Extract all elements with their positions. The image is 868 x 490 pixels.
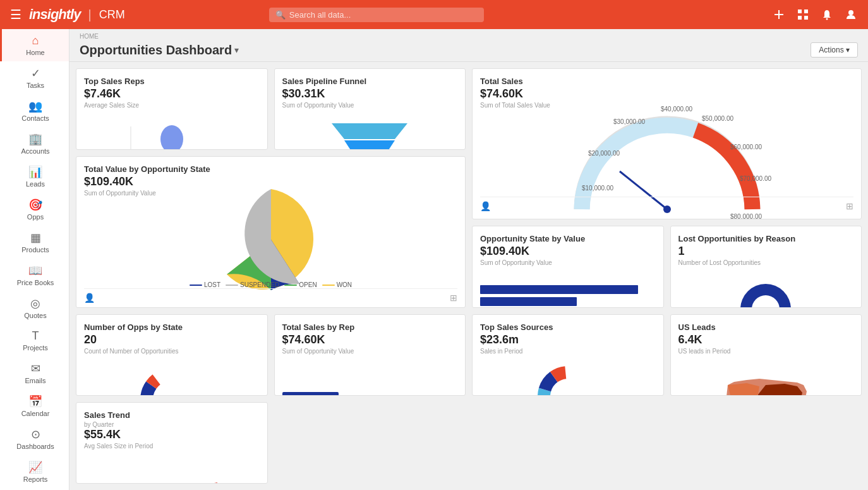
notifications-icon[interactable] bbox=[820, 8, 834, 21]
page-title-dropdown-arrow[interactable]: ▾ bbox=[234, 45, 239, 55]
legend-lost: LOST bbox=[190, 281, 220, 288]
sidebar-item-leads[interactable]: 📊 Leads bbox=[0, 160, 69, 193]
sidebar-item-quotes[interactable]: ◎ Quotes bbox=[0, 291, 69, 324]
opp-state-title: Opportunity State by Value bbox=[480, 234, 656, 243]
sales-by-rep-subtitle: Sum of Opportunity Value bbox=[282, 348, 458, 355]
legend-lost-label: LOST bbox=[204, 281, 220, 288]
svg-text:$80,000.00: $80,000.00 bbox=[730, 213, 762, 220]
sales-sources-title: Top Sales Sources bbox=[480, 322, 656, 332]
sidebar-item-reports[interactable]: 📈 Reports bbox=[0, 455, 69, 488]
grid-icon[interactable] bbox=[796, 8, 810, 21]
num-opps-chart bbox=[84, 360, 260, 396]
sales-by-rep-chart bbox=[282, 360, 458, 396]
lost-opps-chart bbox=[678, 271, 854, 307]
sidebar-label-leads: Leads bbox=[26, 180, 45, 188]
legend-won-label: WON bbox=[337, 281, 352, 288]
card-sales-pipeline-funnel: Sales Pipeline Funnel $30.31K Sum of Opp… bbox=[274, 68, 466, 150]
card-num-opps-by-state: Number of Opps by State 20 Count of Numb… bbox=[76, 314, 268, 396]
total-value-state-title: Total Value by Opportunity State bbox=[84, 164, 457, 174]
sidebar-label-emails: Emails bbox=[25, 377, 45, 384]
nav-icon-group bbox=[772, 8, 858, 21]
sidebar-label-accounts: Accounts bbox=[21, 147, 49, 155]
sales-trend-chart bbox=[84, 455, 260, 484]
contacts-icon: 👥 bbox=[28, 99, 42, 113]
sidebar-item-dashboards[interactable]: ⊙ Dashboards bbox=[0, 422, 69, 455]
top-navigation: ☰ insightly | CRM 🔍 bbox=[0, 0, 868, 29]
search-icon: 🔍 bbox=[275, 10, 286, 20]
total-value-state-footer: 👤 ⊞ bbox=[84, 288, 457, 303]
pricebooks-icon: 📖 bbox=[28, 264, 42, 278]
top-sales-reps-subtitle: Average Sales Size bbox=[84, 102, 260, 109]
app-body: ⌂ Home ✓ Tasks 👥 Contacts 🏢 Accounts 📊 L… bbox=[0, 29, 868, 490]
sales-pipeline-title: Sales Pipeline Funnel bbox=[282, 77, 458, 86]
sales-pipeline-subtitle: Sum of Opportunity Value bbox=[282, 102, 458, 109]
sales-trend-value: $55.4K bbox=[84, 428, 260, 441]
svg-point-38 bbox=[553, 381, 583, 396]
sidebar-item-tasks[interactable]: ✓ Tasks bbox=[0, 61, 69, 94]
main-content: HOME Opportunities Dashboard ▾ Actions ▾… bbox=[69, 29, 868, 490]
sidebar-label-projects: Projects bbox=[23, 344, 48, 352]
footer-user-icon3[interactable]: 👤 bbox=[480, 201, 491, 211]
card-total-sales: Total Sales $74.60K Sum of Total Sales V… bbox=[472, 68, 862, 219]
total-value-state-chart bbox=[84, 202, 457, 278]
lost-opps-title: Lost Opportunities by Reason bbox=[678, 234, 854, 243]
footer-grid-icon4[interactable]: ⊞ bbox=[450, 293, 457, 303]
sidebar-item-products[interactable]: ▦ Products bbox=[0, 226, 69, 259]
footer-user-icon4[interactable]: 👤 bbox=[84, 293, 95, 303]
products-icon: ▦ bbox=[30, 231, 41, 245]
breadcrumb: HOME bbox=[69, 29, 868, 40]
num-opps-subtitle: Count of Number of Opportunities bbox=[84, 348, 260, 355]
svg-rect-5 bbox=[804, 16, 808, 20]
leads-icon: 📊 bbox=[28, 165, 42, 179]
home-icon: ⌂ bbox=[32, 34, 39, 47]
svg-point-7 bbox=[848, 10, 853, 15]
dashboard-grid: Top Sales Reps $7.46K Average Sales Size… bbox=[69, 62, 868, 490]
card-sales-trend: Sales Trend by Quarter $55.4K Avg Sales … bbox=[76, 402, 268, 484]
card-total-sales-by-rep: Total Sales by Rep $74.60K Sum of Opport… bbox=[274, 314, 466, 396]
sidebar-item-home[interactable]: ⌂ Home bbox=[0, 29, 69, 61]
legend-open-label: OPEN bbox=[299, 281, 316, 288]
user-icon[interactable] bbox=[844, 8, 858, 21]
svg-text:$10,000.00: $10,000.00 bbox=[582, 185, 613, 192]
num-opps-title: Number of Opps by State bbox=[84, 322, 260, 332]
accounts-icon: 🏢 bbox=[28, 132, 42, 146]
num-opps-value: 20 bbox=[84, 333, 260, 346]
global-search-bar[interactable]: 🔍 bbox=[269, 8, 484, 22]
sidebar: ⌂ Home ✓ Tasks 👥 Contacts 🏢 Accounts 📊 L… bbox=[0, 29, 69, 490]
sales-trend-subtitle-top: by Quarter bbox=[84, 421, 260, 428]
svg-text:$40,000.00: $40,000.00 bbox=[661, 106, 692, 113]
hamburger-menu[interactable]: ☰ bbox=[10, 7, 21, 22]
svg-point-10 bbox=[160, 125, 183, 150]
page-header: Opportunities Dashboard ▾ Actions ▾ bbox=[69, 40, 868, 62]
svg-rect-3 bbox=[804, 9, 808, 13]
footer-grid-icon3[interactable]: ⊞ bbox=[846, 201, 853, 211]
nav-divider: | bbox=[88, 8, 91, 22]
us-leads-value: 6.4K bbox=[678, 333, 854, 346]
card-lost-opportunities: Lost Opportunities by Reason 1 Number of… bbox=[670, 226, 862, 307]
actions-button[interactable]: Actions ▾ bbox=[811, 42, 858, 58]
projects-icon: T bbox=[32, 329, 39, 343]
legend-suspended: SUSPENDED bbox=[226, 281, 279, 288]
legend-suspended-label: SUSPENDED bbox=[240, 281, 279, 288]
svg-rect-4 bbox=[798, 16, 802, 20]
svg-text:$20,000.00: $20,000.00 bbox=[588, 150, 620, 157]
svg-text:$60,000.00: $60,000.00 bbox=[730, 144, 762, 150]
sidebar-label-contacts: Contacts bbox=[21, 114, 49, 122]
card-top-sales-reps: Top Sales Reps $7.46K Average Sales Size… bbox=[76, 68, 268, 150]
sidebar-item-pricebooks[interactable]: 📖 Price Books bbox=[0, 259, 69, 291]
sidebar-item-calendar[interactable]: 📅 Calendar bbox=[0, 389, 69, 422]
top-sales-reps-chart bbox=[84, 114, 260, 150]
sidebar-item-emails[interactable]: ✉ Emails bbox=[0, 357, 69, 389]
card-total-value-by-state: Total Value by Opportunity State $109.40… bbox=[76, 156, 466, 307]
svg-text:$50,000.00: $50,000.00 bbox=[702, 115, 733, 122]
sidebar-item-accounts[interactable]: 🏢 Accounts bbox=[0, 127, 69, 160]
svg-marker-13 bbox=[344, 140, 395, 150]
quotes-icon: ◎ bbox=[30, 297, 40, 310]
sidebar-label-calendar: Calendar bbox=[21, 410, 50, 417]
search-input[interactable] bbox=[289, 10, 478, 20]
sidebar-label-pricebooks: Price Books bbox=[17, 279, 54, 286]
sidebar-item-contacts[interactable]: 👥 Contacts bbox=[0, 94, 69, 127]
add-icon[interactable] bbox=[772, 8, 786, 21]
sidebar-item-opps[interactable]: 🎯 Opps bbox=[0, 193, 69, 226]
sidebar-item-projects[interactable]: T Projects bbox=[0, 324, 69, 357]
